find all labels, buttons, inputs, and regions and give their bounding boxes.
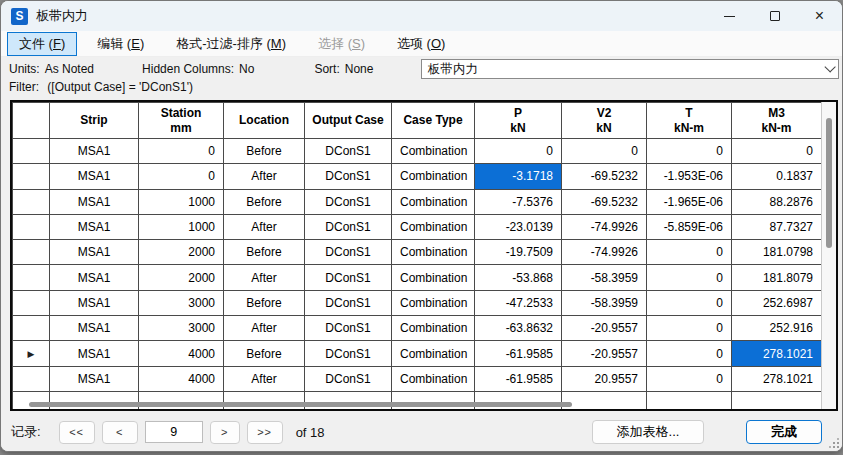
cell-strip[interactable]: MSA1 — [50, 290, 139, 315]
cell-output_case[interactable]: DConS1 — [305, 290, 392, 315]
add-table-button[interactable]: 添加表格... — [592, 420, 704, 444]
cell-location[interactable]: Before — [224, 290, 305, 315]
cell-t[interactable]: 0 — [647, 290, 732, 315]
cell-p[interactable]: 0 — [475, 139, 562, 164]
cell-case_type[interactable]: Combination — [392, 366, 475, 391]
cell-output_case[interactable]: DConS1 — [305, 164, 392, 189]
cell-v2[interactable]: -20.9557 — [562, 316, 647, 341]
row-selector[interactable] — [13, 290, 50, 315]
column-header-p[interactable]: PkN — [475, 103, 562, 139]
cell-output_case[interactable]: DConS1 — [305, 316, 392, 341]
cell-m3[interactable]: 87.7327 — [732, 214, 822, 239]
cell-output_case[interactable]: DConS1 — [305, 265, 392, 290]
cell-p[interactable]: -23.0139 — [475, 214, 562, 239]
menu-file[interactable]: 文件 (F) — [7, 32, 77, 56]
column-header-station[interactable]: Stationmm — [139, 103, 224, 139]
cell-case_type[interactable]: Combination — [392, 265, 475, 290]
cell-strip[interactable]: MSA1 — [50, 316, 139, 341]
cell-m3[interactable]: 181.0798 — [732, 240, 822, 265]
cell-m3[interactable]: 88.2876 — [732, 189, 822, 214]
row-selector[interactable] — [13, 139, 50, 164]
cell-station[interactable]: 3000 — [139, 290, 224, 315]
cell-location[interactable]: Before — [224, 189, 305, 214]
cell-strip[interactable]: MSA1 — [50, 341, 139, 366]
cell-p[interactable]: -53.868 — [475, 265, 562, 290]
cell-t[interactable]: 0 — [647, 265, 732, 290]
cell-t[interactable]: 0 — [647, 139, 732, 164]
cell-p[interactable]: -3.1718 — [475, 164, 562, 189]
current-record-marker[interactable]: ▶ — [13, 341, 50, 366]
previous-record-button[interactable]: < — [102, 421, 138, 444]
column-header-location[interactable]: Location — [224, 103, 305, 139]
cell-p[interactable]: -61.9585 — [475, 341, 562, 366]
cell-m3[interactable]: 181.8079 — [732, 265, 822, 290]
row-selector[interactable] — [13, 214, 50, 239]
last-record-button[interactable]: >> — [247, 421, 283, 444]
cell-t[interactable]: 0 — [647, 316, 732, 341]
cell-location[interactable]: Before — [224, 139, 305, 164]
cell-m3[interactable]: 252.6987 — [732, 290, 822, 315]
next-record-button[interactable]: > — [210, 421, 240, 444]
cell-case_type[interactable]: Combination — [392, 341, 475, 366]
minimize-button[interactable] — [707, 1, 752, 31]
menu-edit[interactable]: 编辑 (E) — [85, 32, 156, 56]
cell-t[interactable]: -1.965E-06 — [647, 189, 732, 214]
cell-output_case[interactable]: DConS1 — [305, 240, 392, 265]
table-selector-dropdown[interactable]: 板带内力 — [421, 59, 839, 79]
cell-case_type[interactable]: Combination — [392, 290, 475, 315]
cell-m3[interactable]: 278.1021 — [732, 341, 822, 366]
menu-format-filter-sort[interactable]: 格式-过滤-排序 (M) — [164, 32, 298, 56]
cell-v2[interactable]: -58.3959 — [562, 290, 647, 315]
cell-strip[interactable]: MSA1 — [50, 139, 139, 164]
column-header-v2[interactable]: V2kN — [562, 103, 647, 139]
cell-p[interactable]: -61.9585 — [475, 366, 562, 391]
maximize-button[interactable] — [752, 1, 797, 31]
first-record-button[interactable]: << — [59, 421, 95, 444]
column-header-t[interactable]: TkN-m — [647, 103, 732, 139]
cell-case_type[interactable]: Combination — [392, 139, 475, 164]
cell-strip[interactable]: MSA1 — [50, 240, 139, 265]
cell-t[interactable]: 0 — [647, 240, 732, 265]
cell-v2[interactable]: -69.5232 — [562, 189, 647, 214]
column-header-m3[interactable]: M3kN-m — [732, 103, 822, 139]
cell-output_case[interactable]: DConS1 — [305, 341, 392, 366]
cell-location[interactable]: After — [224, 164, 305, 189]
cell-station[interactable]: 3000 — [139, 316, 224, 341]
row-selector[interactable] — [13, 189, 50, 214]
cell-v2[interactable]: 0 — [562, 139, 647, 164]
cell-station[interactable]: 2000 — [139, 240, 224, 265]
cell-p[interactable]: -19.7509 — [475, 240, 562, 265]
row-selector[interactable] — [13, 366, 50, 391]
cell-m3[interactable]: 278.1021 — [732, 366, 822, 391]
cell-v2[interactable]: -74.9926 — [562, 214, 647, 239]
cell-location[interactable]: Before — [224, 341, 305, 366]
vertical-scrollbar-thumb[interactable] — [826, 118, 832, 248]
cell-station[interactable]: 2000 — [139, 265, 224, 290]
cell-t[interactable]: -1.953E-06 — [647, 164, 732, 189]
row-selector[interactable] — [13, 265, 50, 290]
cell-m3[interactable]: 252.916 — [732, 316, 822, 341]
cell-m3[interactable]: 0 — [732, 139, 822, 164]
cell-strip[interactable]: MSA1 — [50, 164, 139, 189]
cell-case_type[interactable]: Combination — [392, 240, 475, 265]
cell-strip[interactable]: MSA1 — [50, 189, 139, 214]
record-number-input[interactable] — [145, 421, 203, 443]
cell-output_case[interactable]: DConS1 — [305, 214, 392, 239]
cell-output_case[interactable]: DConS1 — [305, 189, 392, 214]
cell-v2[interactable]: -20.9557 — [562, 341, 647, 366]
cell-station[interactable]: 1000 — [139, 189, 224, 214]
cell-t[interactable]: 0 — [647, 366, 732, 391]
cell-location[interactable]: After — [224, 366, 305, 391]
cell-strip[interactable]: MSA1 — [50, 366, 139, 391]
cell-p[interactable]: -7.5376 — [475, 189, 562, 214]
cell-output_case[interactable]: DConS1 — [305, 139, 392, 164]
done-button[interactable]: 完成 — [746, 420, 822, 444]
cell-location[interactable]: After — [224, 214, 305, 239]
menu-options[interactable]: 选项 (O) — [385, 32, 457, 56]
cell-strip[interactable]: MSA1 — [50, 265, 139, 290]
cell-location[interactable]: Before — [224, 240, 305, 265]
column-header-strip[interactable]: Strip — [50, 103, 139, 139]
cell-p[interactable]: -63.8632 — [475, 316, 562, 341]
vertical-scrollbar[interactable] — [821, 102, 836, 409]
cell-station[interactable]: 4000 — [139, 366, 224, 391]
